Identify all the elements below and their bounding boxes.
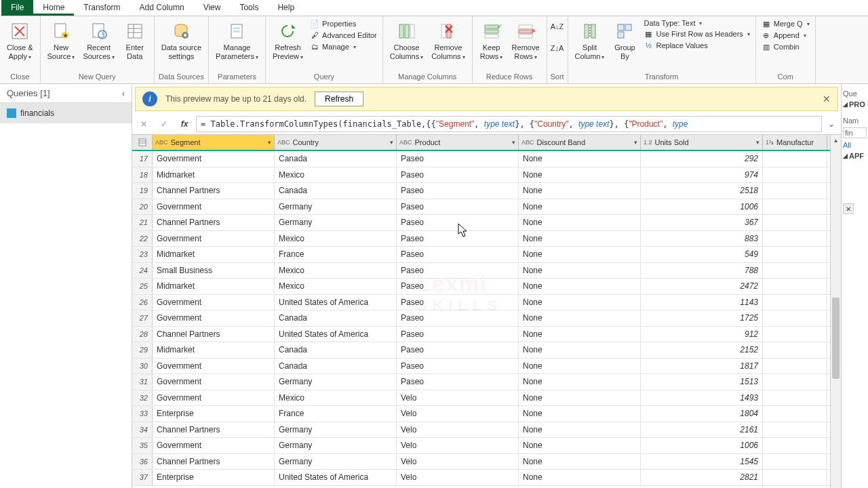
keep-rows-button[interactable]: ✓ Keep Rows [475,18,508,63]
filter-dropdown-icon[interactable]: ▾ [512,139,515,146]
table-row[interactable]: 18MidmarketMexicoPaseoNone974 [132,167,830,184]
column-header-product[interactable]: ABCProduct▾ [397,135,519,150]
cell-segment[interactable]: Enterprise [153,406,275,422]
table-row[interactable]: 36Channel PartnersGermanyVeloNone1545 [132,454,830,470]
cell-manufacturing[interactable] [763,231,827,247]
filter-dropdown-icon[interactable]: ▾ [756,139,760,146]
cell-country[interactable]: Mexico [275,231,397,247]
notice-close-button[interactable]: ✕ [823,94,831,104]
group-by-button[interactable]: Group By [608,18,641,63]
scroll-up-arrow[interactable]: ▴ [831,135,841,146]
cell-units-sold[interactable]: 2518 [641,183,763,199]
cell-country[interactable]: United States of America [275,470,397,485]
cell-manufacturing[interactable] [763,406,827,422]
column-header-segment[interactable]: ABCSegment▾ [153,135,275,150]
cell-product[interactable]: Paseo [397,374,519,390]
cell-segment[interactable]: Midmarket [153,342,275,358]
cell-product[interactable]: Paseo [397,310,519,326]
formula-fx-button[interactable]: fx [176,115,193,133]
cell-product[interactable]: Velo [397,438,519,453]
table-row[interactable]: 21Channel PartnersGermanyPaseoNone367 [132,215,830,231]
cell-country[interactable]: Germany [275,215,397,230]
tab-help[interactable]: Help [268,0,304,16]
table-row[interactable]: 31GovernmentGermanyPaseoNone1513 [132,374,830,390]
table-row[interactable]: 30GovernmentCanadaPaseoNone1817 [132,359,830,375]
column-header-manufacturing[interactable]: 1²₃Manufactur [763,135,827,150]
right-properties-section[interactable]: ◢PRO [843,100,867,108]
right-applied-steps-section[interactable]: ◢APF [843,152,867,160]
cell-country[interactable]: Germany [275,422,397,438]
table-row[interactable]: 22GovernmentMexicoPaseoNone883 [132,231,830,247]
cell-manufacturing[interactable] [763,374,827,390]
cell-segment[interactable]: Government [153,359,275,374]
tab-add-column[interactable]: Add Column [130,0,194,16]
cell-units-sold[interactable]: 2821 [641,470,763,485]
cell-units-sold[interactable]: 367 [641,215,763,230]
cell-country[interactable]: Mexico [275,390,397,406]
cell-manufacturing[interactable] [763,167,827,183]
tab-view[interactable]: View [194,0,231,16]
table-row[interactable]: 37EnterpriseUnited States of AmericaVelo… [132,470,830,486]
cell-segment[interactable]: Channel Partners [153,215,275,230]
cell-country[interactable]: Canada [275,151,397,167]
formula-commit-button[interactable]: ✓ [155,115,173,133]
cell-units-sold[interactable]: 1143 [641,295,763,310]
cell-product[interactable]: Paseo [397,342,519,358]
cell-product[interactable]: Velo [397,406,519,422]
cell-segment[interactable]: Channel Partners [153,327,275,342]
query-item-financials[interactable]: financials [0,103,132,123]
cell-product[interactable]: Velo [397,422,519,438]
cell-discount-band[interactable]: None [519,310,641,326]
formula-cancel-button[interactable]: ✕ [135,115,153,133]
cell-manufacturing[interactable] [763,263,827,279]
cell-country[interactable]: France [275,247,397,262]
cell-discount-band[interactable]: None [519,151,641,167]
cell-units-sold[interactable]: 1804 [641,406,763,422]
cell-product[interactable]: Paseo [397,295,519,310]
cell-discount-band[interactable]: None [519,454,641,470]
cell-segment[interactable]: Channel Partners [153,183,275,199]
cell-segment[interactable]: Small Business [153,263,275,279]
cell-discount-band[interactable]: None [519,295,641,310]
new-source-button[interactable]: ★ New Source [43,18,79,63]
cell-country[interactable]: United States of America [275,327,397,342]
cell-segment[interactable]: Enterprise [153,470,275,485]
cell-discount-band[interactable]: None [519,279,641,294]
column-header-discount-band[interactable]: ABCDiscount Band▾ [519,135,641,150]
remove-rows-button[interactable]: ✕ Remove Rows [508,18,544,63]
enter-data-button[interactable]: Enter Data [119,18,151,63]
table-row[interactable]: 26GovernmentUnited States of AmericaPase… [132,295,830,311]
cell-segment[interactable]: Government [153,231,275,247]
column-header-units-sold[interactable]: 1.2Units Sold▾ [641,135,763,150]
cell-discount-band[interactable]: None [519,247,641,262]
cell-manufacturing[interactable] [763,454,827,470]
cell-manufacturing[interactable] [763,215,827,230]
table-row[interactable]: 17GovernmentCanadaPaseoNone292 [132,151,830,167]
formula-expand-button[interactable]: ⌄ [825,119,838,129]
cell-manufacturing[interactable] [763,247,827,262]
cell-units-sold[interactable]: 1725 [641,310,763,326]
tab-home[interactable]: Home [33,0,74,16]
cell-country[interactable]: Mexico [275,263,397,279]
cell-manufacturing[interactable] [763,199,827,215]
cell-country[interactable]: Germany [275,438,397,453]
table-row[interactable]: 28Channel PartnersUnited States of Ameri… [132,327,830,343]
cell-discount-band[interactable]: None [519,438,641,453]
notice-refresh-button[interactable]: Refresh [315,92,363,106]
scroll-thumb[interactable] [832,298,840,379]
cell-country[interactable]: Canada [275,342,397,358]
vertical-scrollbar[interactable]: ▴ [830,135,841,488]
manage-parameters-button[interactable]: Manage Parameters [212,18,262,63]
cell-units-sold[interactable]: 974 [641,167,763,183]
table-row[interactable]: 33EnterpriseFranceVeloNone1804 [132,406,830,422]
cell-product[interactable]: Velo [397,454,519,470]
cell-discount-band[interactable]: None [519,422,641,438]
cell-manufacturing[interactable] [763,295,827,310]
use-first-row-headers-button[interactable]: ▦Use First Row as Headers [644,29,749,39]
data-type-dropdown[interactable]: Data Type: Text [644,19,749,27]
cell-country[interactable]: Germany [275,374,397,390]
cell-product[interactable]: Paseo [397,231,519,247]
table-row[interactable]: 19Channel PartnersCanadaPaseoNone2518 [132,183,830,199]
cell-product[interactable]: Paseo [397,327,519,342]
cell-product[interactable]: Velo [397,470,519,485]
